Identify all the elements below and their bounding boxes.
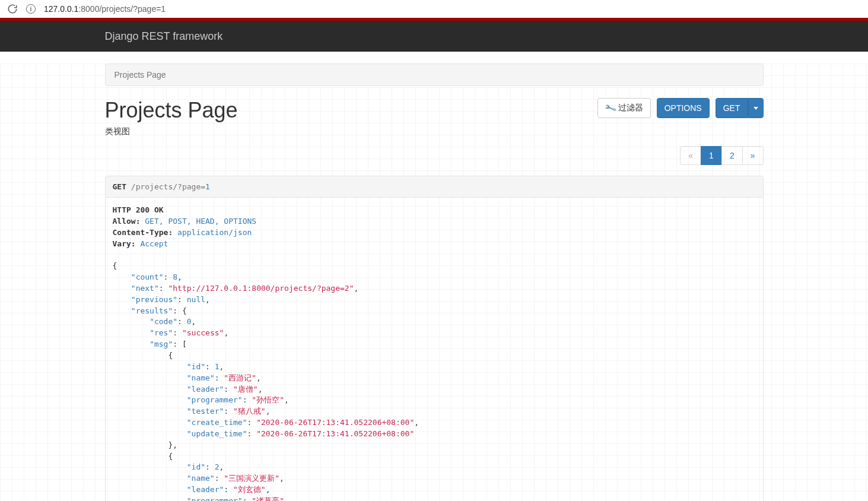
pagination-page-1[interactable]: 1 — [701, 147, 721, 164]
navbar-brand[interactable]: Django REST framework — [105, 30, 223, 42]
pagination-prev[interactable]: « — [681, 147, 701, 164]
url-path: /projects/?page=1 — [99, 4, 166, 14]
url-port: :8000 — [78, 4, 99, 14]
wrench-icon: 🔧 — [603, 102, 616, 115]
breadcrumb-item[interactable]: Projects Page — [115, 70, 166, 80]
options-button[interactable]: OPTIONS — [657, 98, 710, 118]
browser-address-bar: i 127.0.0.1:8000/projects/?page=1 — [0, 0, 868, 18]
url-host: 127.0.0.1 — [44, 4, 78, 14]
url-text[interactable]: 127.0.0.1:8000/projects/?page=1 — [44, 4, 166, 14]
page-title: Projects Page — [105, 98, 238, 123]
caret-down-icon — [753, 107, 758, 110]
request-method: GET — [113, 182, 126, 191]
response-body: HTTP 200 OK Allow: GET, POST, HEAD, OPTI… — [105, 198, 764, 501]
action-buttons: 🔧 过滤器 OPTIONS GET — [597, 98, 764, 118]
reload-icon[interactable] — [7, 4, 18, 14]
pagination-page-2[interactable]: 2 — [722, 147, 742, 164]
page-description: 类视图 — [105, 126, 238, 137]
request-line: GET /projects/?page=1 — [105, 176, 764, 198]
navbar: Django REST framework — [0, 21, 868, 52]
breadcrumb: Projects Page — [105, 64, 764, 86]
filter-button-label: 过滤器 — [618, 103, 643, 113]
pagination-next[interactable]: » — [743, 147, 763, 164]
pagination: « 1 2 » — [681, 146, 763, 165]
site-info-icon[interactable]: i — [26, 4, 36, 14]
request-page-value: 1 — [205, 182, 210, 191]
filter-button[interactable]: 🔧 过滤器 — [597, 98, 651, 118]
request-path: /projects/?page= — [131, 182, 205, 191]
get-dropdown-button[interactable] — [748, 98, 764, 118]
get-button[interactable]: GET — [716, 98, 748, 118]
